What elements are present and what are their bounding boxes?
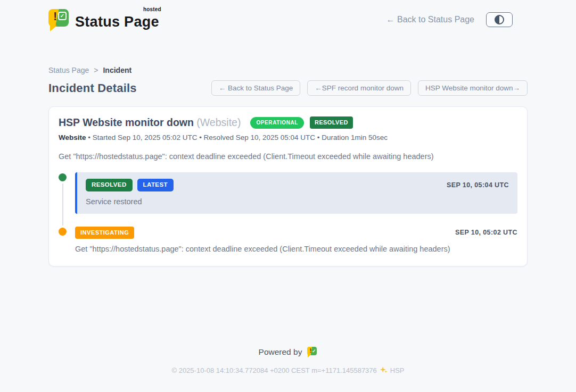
incident-meta-details: • Started Sep 10, 2025 05:02 UTC • Resol… [88, 134, 388, 141]
check-icon: ✓ [58, 12, 67, 20]
timeline-entry-content: RESOLVED LATEST SEP 10, 05:04 UTC Servic… [75, 172, 517, 214]
timeline-entry-content: INVESTIGATING SEP 10, 05:02 UTC Get "htt… [75, 227, 517, 253]
page-container: ! ✓ Status Pagehosted ← Back to Status P… [48, 0, 528, 376]
timeline-dot-resolved [59, 173, 67, 181]
header-actions: ← Back to Status Page [386, 12, 528, 27]
page-title: Incident Details [48, 81, 137, 95]
incident-title-row: HSP Website monitor down (Website)OPERAT… [59, 116, 517, 129]
timeline-dot-investigating [59, 228, 67, 236]
back-to-status-page-link[interactable]: ← Back to Status Page [386, 15, 474, 24]
statuspage-logo-icon: ! ✓ [48, 7, 70, 32]
mini-exclamation-glyph: ! [309, 347, 311, 354]
update-timestamp: SEP 10, 05:02 UTC [455, 229, 517, 236]
incident-description: Get "https://hostedstatus.page": context… [59, 152, 517, 161]
update-timestamp: SEP 10, 05:04 UTC [447, 181, 509, 189]
brand-text: Status Page [75, 14, 159, 30]
exclamation-glyph: ! [53, 10, 57, 23]
update-message: Service restored [86, 197, 509, 206]
theme-toggle-button[interactable] [486, 12, 513, 27]
copyright-text: © 2025-10-08 14:10:34.772084 +0200 CEST … [171, 366, 376, 374]
logo-bubble-tail [50, 26, 57, 31]
contrast-icon [495, 15, 504, 24]
copyright-line: © 2025-10-08 14:10:34.772084 +0200 CEST … [48, 366, 528, 376]
copyright-brand: HSP [390, 366, 405, 374]
sparkles-icon [380, 366, 388, 376]
incident-meta: Website • Started Sep 10, 2025 05:02 UTC… [59, 134, 517, 141]
incident-card: HSP Website monitor down (Website)OPERAT… [48, 106, 528, 266]
statuspage-mini-logo-icon: ! ✓ [307, 346, 317, 358]
investigating-status-badge: INVESTIGATING [75, 227, 134, 239]
brand-name: Status Pagehosted [75, 7, 159, 30]
breadcrumb: Status Page > Incident [48, 66, 528, 74]
operational-badge: OPERATIONAL [250, 117, 304, 129]
back-to-status-page-button[interactable]: ← Back to Status Page [211, 80, 301, 96]
powered-by-label: Powered by [259, 347, 302, 357]
timeline-entry-resolved: RESOLVED LATEST SEP 10, 05:04 UTC Servic… [59, 172, 517, 214]
prev-incident-button[interactable]: ←SPF record monitor down [307, 80, 411, 96]
breadcrumb-incident: Incident [103, 66, 131, 74]
update-header: INVESTIGATING SEP 10, 05:02 UTC [75, 227, 517, 239]
mini-logo-bubble-tail [308, 355, 311, 357]
latest-badge: LATEST [137, 179, 174, 191]
update-message: Get "https://hostedstatus.page": context… [75, 245, 517, 253]
brand-superscript: hosted [143, 6, 161, 12]
timeline-entry-investigating: INVESTIGATING SEP 10, 05:02 UTC Get "htt… [59, 227, 517, 253]
resolved-badge: RESOLVED [310, 116, 353, 129]
resolved-status-badge: RESOLVED [86, 179, 133, 191]
incident-timeline: RESOLVED LATEST SEP 10, 05:04 UTC Servic… [59, 172, 517, 253]
next-incident-button[interactable]: HSP Website monitor down→ [418, 80, 528, 96]
incident-meta-component: Website [59, 134, 86, 141]
update-header: RESOLVED LATEST SEP 10, 05:04 UTC [86, 179, 509, 191]
header: ! ✓ Status Pagehosted ← Back to Status P… [48, 0, 528, 32]
breadcrumb-status-page[interactable]: Status Page [48, 66, 89, 74]
breadcrumb-separator: > [94, 66, 98, 74]
footer: Powered by ! ✓ © 2025-10-08 14:10:34.772… [48, 346, 528, 376]
powered-by[interactable]: Powered by ! ✓ [48, 346, 528, 358]
incident-nav-buttons: ← Back to Status Page ←SPF record monito… [211, 80, 528, 96]
incident-title: HSP Website monitor down [59, 116, 194, 128]
title-row: Incident Details ← Back to Status Page ←… [48, 80, 528, 96]
statuspage-logo[interactable]: ! ✓ Status Pagehosted [48, 7, 159, 32]
incident-component: (Website) [196, 116, 241, 128]
latest-update-box: RESOLVED LATEST SEP 10, 05:04 UTC Servic… [75, 172, 517, 214]
mini-check-icon: ✓ [312, 348, 316, 354]
